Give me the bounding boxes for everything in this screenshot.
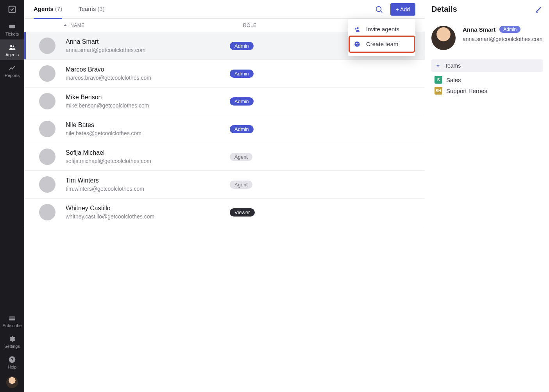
tab-teams-count: (3) xyxy=(97,5,104,12)
search-icon[interactable] xyxy=(375,5,383,14)
tab-agents[interactable]: Agents (7) xyxy=(34,0,62,19)
agent-name: Nile Bates xyxy=(66,122,230,129)
agent-name: Anna Smart xyxy=(66,38,230,45)
agent-info: Mike Bensonmike.benson@getcoolclothes.co… xyxy=(66,94,230,109)
agent-email: sofija.michael@getcoolclothes.com xyxy=(66,158,230,164)
agent-role-cell: Admin xyxy=(230,97,415,106)
details-title: Details xyxy=(431,5,457,14)
agents-list: Anna Smartanna.smart@getcoolclothes.comA… xyxy=(24,32,425,392)
agent-info: Sofija Michaelsofija.michael@getcoolclot… xyxy=(66,149,230,164)
svg-point-12 xyxy=(356,43,357,44)
agent-row[interactable]: Sofija Michaelsofija.michael@getcoolclot… xyxy=(24,143,425,171)
agent-info: Anna Smartanna.smart@getcoolclothes.com xyxy=(66,38,230,53)
svg-point-13 xyxy=(358,43,358,44)
main-panel: Agents (7) Teams (3) + Add Invite agents xyxy=(24,0,425,392)
nav-item-settings[interactable]: Settings xyxy=(0,331,24,352)
team-item[interactable]: SHSupport Heroes xyxy=(435,87,543,95)
agent-role-cell: Admin xyxy=(230,70,415,78)
agent-role-cell: Viewer xyxy=(230,208,415,217)
agent-avatar xyxy=(39,176,55,193)
nav-label-reports: Reports xyxy=(5,73,20,78)
nav-item-help[interactable]: ? Help xyxy=(0,352,24,372)
agent-row[interactable]: Nile Batesnile.bates@getcoolclothes.comA… xyxy=(24,115,425,143)
edit-icon[interactable] xyxy=(535,5,543,13)
app-logo-icon xyxy=(0,0,24,19)
teams-list: SSalesSHSupport Heroes xyxy=(431,72,543,95)
agent-avatar xyxy=(39,149,55,165)
tab-teams[interactable]: Teams (3) xyxy=(79,0,105,19)
tab-agents-label: Agents xyxy=(34,5,54,12)
dropdown-create-team[interactable]: Create team xyxy=(350,37,414,52)
tab-bar: Agents (7) Teams (3) + Add Invite agents xyxy=(24,0,425,19)
tab-teams-label: Teams xyxy=(79,5,96,12)
team-chip: S xyxy=(435,76,442,84)
left-nav-rail: Tickets Agents Reports Subscribe Setting… xyxy=(0,0,24,392)
teams-section-label: Teams xyxy=(445,63,461,69)
agent-avatar xyxy=(39,204,55,220)
agent-email: anna.smart@getcoolclothes.com xyxy=(66,47,230,53)
agent-row[interactable]: Mike Bensonmike.benson@getcoolclothes.co… xyxy=(24,88,425,115)
svg-point-2 xyxy=(10,45,12,47)
nav-item-subscribe[interactable]: Subscribe xyxy=(0,310,24,331)
nav-label-tickets: Tickets xyxy=(5,32,19,36)
agent-info: Tim Winterstim.winters@getcoolclothes.co… xyxy=(66,177,230,192)
nav-label-settings: Settings xyxy=(4,344,20,349)
role-badge: Admin xyxy=(230,125,254,133)
tab-agents-count: (7) xyxy=(55,5,62,12)
agent-role-cell: Agent xyxy=(230,153,415,161)
role-badge: Agent xyxy=(230,153,252,161)
svg-rect-1 xyxy=(9,25,15,28)
team-label: Support Heroes xyxy=(446,88,487,94)
svg-text:?: ? xyxy=(11,357,13,362)
agent-name: Marcos Bravo xyxy=(66,66,230,73)
details-person-email: anna.smart@getcoolclothes.com xyxy=(463,36,542,42)
details-person-name: Anna Smart xyxy=(463,26,495,33)
agent-avatar xyxy=(39,93,55,109)
column-header-name-label: NAME xyxy=(70,23,85,28)
invite-agents-icon xyxy=(354,26,361,33)
nav-label-subscribe: Subscribe xyxy=(3,323,22,328)
nav-item-reports[interactable]: Reports xyxy=(0,60,24,81)
agent-role-cell: Admin xyxy=(230,125,415,133)
agent-role-cell: Agent xyxy=(230,181,415,189)
teams-section-header[interactable]: Teams xyxy=(431,59,543,72)
agent-email: marcos.bravo@getcoolclothes.com xyxy=(66,75,230,81)
svg-point-3 xyxy=(13,45,14,47)
nav-item-tickets[interactable]: Tickets xyxy=(0,19,24,39)
add-dropdown: Invite agents Create team xyxy=(348,19,415,56)
add-button-label: + Add xyxy=(396,6,410,13)
dropdown-create-team-label: Create team xyxy=(366,41,399,47)
add-button[interactable]: + Add xyxy=(390,3,415,16)
svg-rect-5 xyxy=(9,317,15,319)
dropdown-invite-agents[interactable]: Invite agents xyxy=(348,23,415,36)
agent-name: Sofija Michael xyxy=(66,149,230,156)
team-label: Sales xyxy=(446,77,461,83)
agent-info: Marcos Bravomarcos.bravo@getcoolclothes.… xyxy=(66,66,230,81)
nav-item-agents[interactable]: Agents xyxy=(0,39,24,60)
agent-name: Mike Benson xyxy=(66,94,230,101)
details-role-badge: Admin xyxy=(499,26,520,33)
svg-point-9 xyxy=(376,6,381,11)
team-chip: SH xyxy=(435,87,442,95)
nav-label-agents: Agents xyxy=(5,52,19,57)
agent-row[interactable]: Marcos Bravomarcos.bravo@getcoolclothes.… xyxy=(24,60,425,88)
role-badge: Admin xyxy=(230,42,254,50)
agent-avatar xyxy=(39,38,55,54)
agent-info: Whitney Castillowhitney.castillo@getcool… xyxy=(66,205,230,220)
column-header-name[interactable]: NAME xyxy=(63,23,243,28)
column-header-role-label: ROLE xyxy=(243,23,257,28)
current-user-avatar[interactable] xyxy=(6,376,18,388)
chevron-down-icon xyxy=(435,63,441,68)
team-item[interactable]: SSales xyxy=(435,76,543,84)
agent-email: whitney.castillo@getcoolclothes.com xyxy=(66,213,230,220)
role-badge: Admin xyxy=(230,70,254,78)
agent-name: Whitney Castillo xyxy=(66,205,230,212)
agent-row[interactable]: Whitney Castillowhitney.castillo@getcool… xyxy=(24,199,425,226)
details-header: Details xyxy=(425,0,549,19)
agent-row[interactable]: Tim Winterstim.winters@getcoolclothes.co… xyxy=(24,171,425,199)
agent-avatar xyxy=(39,65,55,82)
role-badge: Viewer xyxy=(230,208,255,217)
agent-info: Nile Batesnile.bates@getcoolclothes.com xyxy=(66,122,230,136)
role-badge: Admin xyxy=(230,97,254,106)
svg-point-11 xyxy=(354,41,360,47)
